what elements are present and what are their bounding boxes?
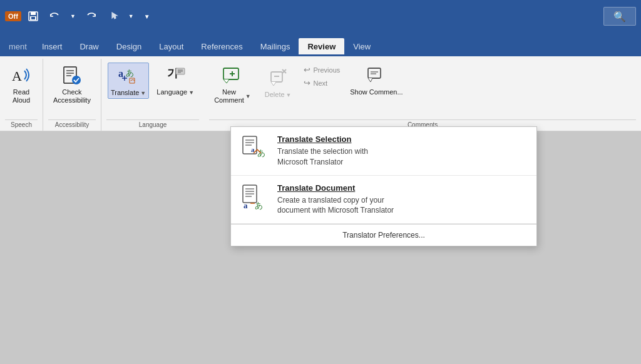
new-comment-button[interactable]: New Comment ▼	[209, 61, 256, 107]
translate-button[interactable]: a あ Translate ▼	[108, 63, 149, 99]
translate-document-text: Translate Document Create a translated c…	[277, 183, 526, 216]
read-aloud-label: Read Aloud	[13, 88, 30, 104]
autosave-toggle[interactable]: Off	[5, 11, 21, 21]
tab-design[interactable]: Design	[108, 38, 150, 56]
undo-button[interactable]	[45, 8, 64, 24]
language-label: Language	[156, 88, 187, 96]
redo-button[interactable]	[82, 8, 101, 24]
new-comment-dropdown-arrow: ▼	[245, 93, 251, 99]
language-label-row: Language ▼	[156, 88, 194, 96]
delete-icon	[267, 66, 289, 89]
translate-document-icon: a あ	[241, 183, 269, 211]
search-box[interactable]: 🔍	[603, 7, 636, 26]
delete-button[interactable]: Delete ▼	[260, 64, 297, 101]
svg-text:a: a	[118, 68, 123, 79]
svg-point-9	[72, 76, 81, 84]
title-bar-right: 🔍	[603, 7, 636, 26]
ribbon-group-accessibility: Check Accessibility Accessibility	[43, 59, 101, 131]
language-icon: 가	[164, 64, 187, 86]
tab-ment[interactable]: ment	[3, 38, 33, 56]
show-comments-icon	[365, 64, 387, 86]
check-accessibility-icon	[61, 64, 83, 86]
ribbon-area: A Read Aloud Speech	[0, 56, 641, 131]
tab-review[interactable]: Review	[299, 38, 344, 56]
translate-document-desc: Create a translated copy of your documen…	[277, 195, 526, 216]
translator-preferences-item[interactable]: Translator Preferences...	[231, 225, 536, 246]
language-dropdown-arrow: ▼	[188, 89, 194, 96]
touch-mode-button[interactable]	[103, 8, 122, 24]
translate-selection-desc: Translate the selection with Microsoft T…	[277, 146, 526, 168]
delete-btn-area: Delete ▼	[257, 61, 299, 104]
delete-dropdown-arrow: ▼	[286, 92, 292, 98]
search-icon: 🔍	[613, 11, 626, 23]
svg-text:A: A	[12, 68, 22, 84]
translate-document-item[interactable]: a あ Translate Document Create a translat…	[231, 176, 536, 225]
svg-text:あ: あ	[126, 68, 134, 78]
check-accessibility-label: Check Accessibility	[53, 88, 91, 104]
svg-rect-3	[31, 17, 35, 19]
next-button[interactable]: ↪ Next	[300, 77, 344, 89]
translate-label-row: Translate ▼	[111, 89, 146, 97]
translate-document-title: Translate Document	[277, 183, 526, 193]
previous-label: Previous	[313, 66, 340, 74]
touch-dropdown[interactable]: ▼	[125, 11, 138, 22]
translate-selection-title: Translate Selection	[277, 134, 526, 144]
delete-label-row: Delete ▼	[265, 91, 292, 99]
tab-layout[interactable]: Layout	[150, 38, 192, 56]
show-comments-label: Show Commen...	[350, 88, 403, 96]
ribbon: A Read Aloud Speech	[0, 56, 641, 131]
comments-group-items: New Comment ▼	[209, 59, 636, 119]
tab-references[interactable]: References	[192, 38, 251, 56]
read-aloud-icon: A	[10, 64, 33, 86]
language-group-label: Language	[106, 119, 199, 131]
prev-next-col: ↩ Previous ↪ Next	[300, 61, 344, 89]
quick-access-dropdown[interactable]: ▼	[140, 11, 154, 23]
delete-label: Delete	[265, 91, 285, 99]
language-group-items: a あ Translate ▼	[106, 59, 199, 119]
tab-draw[interactable]: Draw	[71, 38, 107, 56]
translate-selection-text: Translate Selection Translate the select…	[277, 134, 526, 168]
translate-btn-container: a あ Translate ▼	[106, 61, 150, 100]
new-comment-label: New Comment	[214, 88, 244, 104]
translate-dropdown-arrow: ▼	[140, 90, 146, 96]
translate-label: Translate	[111, 89, 139, 97]
previous-button[interactable]: ↩ Previous	[300, 64, 344, 76]
tab-view[interactable]: View	[344, 38, 379, 56]
translate-selection-icon: a あ	[241, 134, 269, 162]
ribbon-group-comments: New Comment ▼	[204, 59, 641, 131]
menu-bar: ment Insert Draw Design Layout Reference…	[0, 33, 641, 56]
speech-group-label: Speech	[5, 119, 38, 131]
tab-mailings[interactable]: Mailings	[252, 38, 299, 56]
accessibility-group-label: Accessibility	[48, 119, 96, 131]
svg-text:a: a	[244, 201, 248, 210]
tab-insert[interactable]: Insert	[33, 38, 71, 56]
translate-selection-item[interactable]: a あ Translate Selection Translate the se…	[231, 127, 536, 176]
translate-dropdown: a あ Translate Selection Translate the se…	[230, 126, 537, 246]
translate-icon: a あ	[117, 64, 140, 87]
previous-icon: ↩	[304, 65, 310, 74]
new-comment-label-row: New Comment ▼	[214, 88, 251, 104]
svg-rect-1	[31, 12, 36, 15]
save-button[interactable]	[24, 8, 43, 24]
speech-group-items: A Read Aloud	[5, 59, 38, 119]
check-accessibility-button[interactable]: Check Accessibility	[48, 61, 96, 107]
ribbon-group-speech: A Read Aloud Speech	[0, 59, 43, 131]
language-button[interactable]: 가 Language ▼	[151, 61, 199, 99]
title-bar-left: Off ▼ ▼ ▼	[5, 8, 154, 24]
next-label: Next	[313, 79, 327, 87]
svg-rect-24	[368, 68, 381, 78]
svg-text:あ: あ	[255, 201, 263, 210]
undo-dropdown[interactable]: ▼	[66, 11, 79, 22]
show-comments-button[interactable]: Show Commen...	[345, 61, 408, 99]
ribbon-group-language: a あ Translate ▼	[101, 59, 204, 131]
next-icon: ↪	[304, 78, 310, 88]
title-bar: Off ▼ ▼ ▼ 🔍	[0, 0, 641, 33]
new-comment-icon	[221, 64, 244, 86]
read-aloud-button[interactable]: A Read Aloud	[5, 61, 38, 107]
accessibility-group-items: Check Accessibility	[48, 59, 96, 119]
app-window: Off ▼ ▼ ▼ 🔍 ment Insert Draw	[0, 0, 641, 364]
